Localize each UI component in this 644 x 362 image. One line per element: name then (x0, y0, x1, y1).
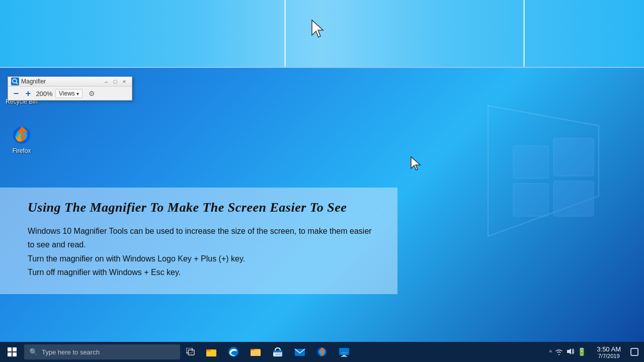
tray-icons: ^ 🔋 (545, 342, 591, 362)
info-line1: Windows 10 Magnifier Tools can be used t… (28, 224, 377, 251)
search-placeholder: Type here to search (42, 348, 100, 356)
firefox-image (11, 125, 32, 146)
svg-rect-19 (13, 347, 17, 351)
svg-rect-23 (188, 350, 194, 355)
battery-icon[interactable]: 🔋 (577, 347, 587, 356)
taskbar: 🔍 Type here to search (0, 342, 644, 362)
desktop-cursor (410, 156, 421, 173)
close-button[interactable]: × (120, 77, 129, 86)
svg-text:SHOP: SHOP (275, 353, 283, 356)
task-view-button[interactable] (182, 342, 200, 362)
remote-desktop-icon (338, 346, 350, 358)
svg-rect-42 (631, 348, 638, 355)
svg-marker-0 (312, 20, 323, 37)
magnifier-toolbar: − + 200% Views ⚙ (8, 86, 132, 101)
svg-point-1 (13, 79, 17, 83)
svg-rect-20 (8, 352, 12, 356)
file-explorer-icon (205, 346, 217, 358)
mag-divider-right (524, 0, 525, 68)
tray-network-icon[interactable] (555, 348, 563, 356)
svg-rect-30 (251, 349, 255, 350)
explorer-icon (250, 346, 262, 358)
magnifier-viewport (0, 0, 644, 68)
svg-rect-32 (273, 350, 282, 352)
clock[interactable]: 3:50 AM 7/7/2019 (592, 342, 626, 362)
restore-button[interactable]: □ (111, 77, 120, 86)
notification-center-button[interactable] (627, 342, 642, 362)
magnifier-app-icon (11, 77, 19, 85)
mail-icon (294, 346, 306, 358)
search-icon: 🔍 (29, 348, 38, 356)
firefox-label: Firefox (13, 147, 31, 154)
settings-gear-icon[interactable]: ⚙ (87, 88, 98, 99)
system-tray: ^ 🔋 3:50 AM 7/7/2019 (545, 342, 644, 362)
taskbar-app-store[interactable]: SHOP (267, 342, 289, 362)
search-bar[interactable]: 🔍 Type here to search (24, 344, 180, 359)
tray-chevron[interactable]: ^ (549, 348, 552, 356)
zoom-out-button[interactable]: − (11, 88, 21, 99)
edge-icon (227, 346, 239, 358)
zoom-level: 200% (35, 90, 53, 98)
info-body: Windows 10 Magnifier Tools can be used t… (28, 224, 377, 279)
views-button[interactable]: Views (55, 89, 83, 98)
taskbar-app-fileexplorer[interactable] (200, 342, 222, 362)
magnifier-window[interactable]: Magnifier – □ × − + 200% Views ⚙ (8, 76, 132, 101)
svg-rect-26 (206, 349, 211, 351)
svg-rect-18 (8, 347, 12, 351)
svg-rect-39 (341, 356, 347, 357)
taskbar-app-mail[interactable] (289, 342, 311, 362)
minimize-button[interactable]: – (102, 77, 111, 86)
windows-logo (468, 80, 609, 272)
volume-icon[interactable] (566, 348, 574, 356)
mag-divider-left (285, 0, 286, 68)
taskbar-app-remote[interactable] (333, 342, 355, 362)
svg-rect-16 (553, 181, 594, 216)
clock-time: 3:50 AM (597, 345, 621, 353)
zoom-in-button[interactable]: + (23, 88, 33, 99)
svg-rect-29 (251, 350, 261, 356)
info-title: Using the Magnifier to Make the Screen E… (28, 200, 377, 215)
svg-rect-15 (513, 184, 548, 216)
start-button[interactable] (0, 342, 24, 362)
magnifier-title: Magnifier (21, 78, 102, 85)
firefox-desktop-icon[interactable]: Firefox (4, 125, 39, 154)
info-line2: Turn the magnifier on with Windows Logo … (28, 252, 377, 265)
svg-rect-37 (339, 348, 349, 355)
magnifier-titlebar: Magnifier – □ × (8, 77, 132, 86)
svg-rect-14 (553, 138, 594, 176)
views-label: Views (59, 90, 75, 97)
info-panel: Using the Magnifier to Make the Screen E… (0, 188, 397, 294)
store-icon: SHOP (272, 346, 284, 358)
svg-line-2 (16, 82, 18, 84)
svg-rect-13 (513, 146, 548, 178)
firefox-taskbar-icon (316, 346, 328, 358)
taskbar-app-firefox[interactable] (311, 342, 333, 362)
desktop: Magnifier – □ × − + 200% Views ⚙ (0, 0, 644, 342)
chevron-down-icon (76, 90, 79, 97)
svg-marker-41 (567, 348, 571, 354)
taskbar-app-edge[interactable] (222, 342, 245, 362)
svg-marker-17 (411, 157, 420, 170)
svg-rect-21 (13, 352, 17, 356)
info-line3: Turn off magnifier with Windows + Esc ke… (28, 265, 377, 279)
taskbar-app-explorer2[interactable] (245, 342, 267, 362)
magnified-cursor (311, 19, 325, 40)
clock-date: 7/7/2019 (598, 353, 620, 359)
